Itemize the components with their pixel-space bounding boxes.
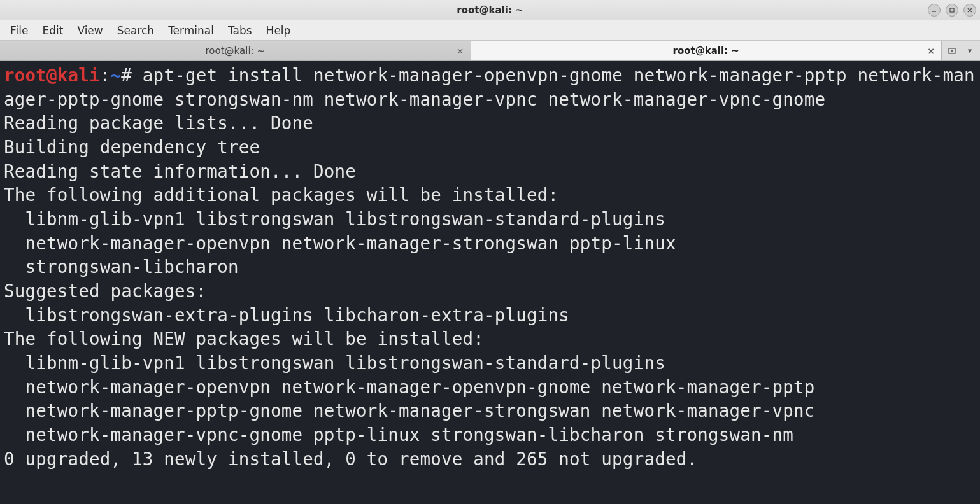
terminal-output-line: network-manager-pptp-gnome network-manag… — [4, 400, 815, 421]
terminal-output-line: 0 upgraded, 13 newly installed, 0 to rem… — [4, 449, 697, 469]
window-controls — [928, 4, 976, 17]
menu-bar: File Edit View Search Terminal Tabs Help — [0, 20, 980, 41]
new-tab-button[interactable] — [945, 44, 959, 58]
maximize-button[interactable] — [946, 4, 958, 17]
terminal-output-line: libnm-glib-vpn1 libstrongswan libstrongs… — [4, 209, 665, 229]
terminal-output-line: Building dependency tree — [4, 137, 260, 157]
close-button[interactable] — [963, 4, 976, 17]
terminal-output-line: libnm-glib-vpn1 libstrongswan libstrongs… — [4, 353, 665, 373]
terminal-output-line: The following additional packages will b… — [4, 185, 558, 205]
terminal-output-line: network-manager-openvpn network-manager-… — [4, 233, 676, 253]
terminal-output-line: Reading state information... Done — [4, 161, 356, 181]
tab-tools: ▾ — [942, 41, 980, 60]
svg-rect-1 — [950, 8, 954, 12]
close-icon[interactable]: × — [927, 46, 935, 56]
menu-file[interactable]: File — [4, 22, 34, 39]
tab-label: root@kali: ~ — [206, 45, 265, 57]
terminal-output-line: Reading package lists... Done — [4, 113, 313, 133]
menu-help[interactable]: Help — [260, 22, 297, 39]
chevron-down-icon[interactable]: ▾ — [963, 44, 977, 58]
menu-terminal[interactable]: Terminal — [162, 22, 220, 39]
prompt-path: ~ — [111, 65, 122, 85]
minimize-button[interactable] — [928, 4, 941, 17]
menu-search[interactable]: Search — [111, 22, 160, 39]
terminal-area[interactable]: root@kali:~# apt-get install network-man… — [0, 61, 980, 504]
close-icon[interactable]: × — [457, 46, 464, 56]
window-title: root@kali: ~ — [457, 4, 523, 16]
tab-label: root@kali: ~ — [673, 45, 739, 57]
prompt-sep: : — [100, 65, 111, 85]
tab-bar: root@kali: ~ × root@kali: ~ × ▾ — [0, 41, 980, 61]
tab-0[interactable]: root@kali: ~ × — [0, 41, 471, 60]
prompt-user: root@kali — [4, 65, 100, 85]
terminal-output-line: network-manager-openvpn network-manager-… — [4, 377, 815, 397]
terminal-output-line: Suggested packages: — [4, 281, 206, 301]
menu-tabs[interactable]: Tabs — [222, 22, 259, 39]
window-titlebar: root@kali: ~ — [0, 0, 980, 20]
menu-edit[interactable]: Edit — [36, 22, 69, 39]
terminal-output-line: libstrongswan-extra-plugins libcharon-ex… — [4, 305, 569, 325]
terminal-output-line: strongswan-libcharon — [4, 256, 239, 277]
command-text: apt-get install network-manager-openvpn-… — [4, 65, 975, 109]
terminal-output-line: The following NEW packages will be insta… — [4, 328, 484, 349]
menu-view[interactable]: View — [71, 22, 109, 39]
tab-1[interactable]: root@kali: ~ × — [471, 41, 942, 60]
prompt-hash: # — [121, 65, 132, 85]
terminal-output-line: network-manager-vpnc-gnome pptp-linux st… — [4, 424, 793, 445]
